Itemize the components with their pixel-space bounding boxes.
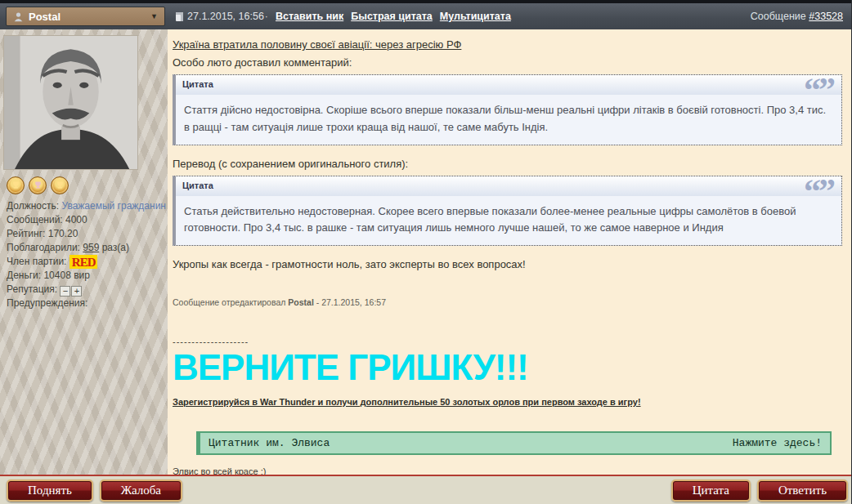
user-icon — [13, 11, 24, 22]
posts-value: 4000 — [65, 214, 87, 225]
stat-label: Репутация: — [7, 283, 57, 295]
reply-button[interactable]: Ответить — [757, 479, 848, 502]
author-comment: Укропы как всегда - грамотности ноль, за… — [173, 258, 842, 270]
quote-text: Стаття дійсно недостовірна. Скоріше всьо… — [176, 95, 841, 145]
post-actions-bar: Поднять Жалоба Цитата Ответить — [0, 475, 851, 504]
user-info-sidebar: Должность: Уважаемый гражданин Сообщений… — [0, 29, 168, 475]
trophy-medal-icon — [51, 176, 69, 194]
war-thunder-promo-link[interactable]: Зарегистрируйся в War Thunder и получи д… — [173, 397, 641, 407]
post-date: 27.1.2015, 16:56 — [187, 11, 264, 22]
thanks-suffix: раз(а) — [102, 242, 129, 253]
trophy-medal-icon — [29, 176, 47, 194]
quote-button[interactable]: Цитата — [671, 479, 751, 502]
rank-value: Уважаемый гражданин — [61, 200, 166, 212]
avatar[interactable] — [3, 35, 138, 170]
thanks-count-link[interactable]: 959 — [83, 242, 99, 253]
message-label: Сообщение — [751, 11, 806, 22]
stat-label: Должность: — [7, 200, 59, 212]
trophy-medal-icon — [7, 176, 25, 194]
spoiler-title: Цитатник им. Элвиса — [209, 437, 330, 449]
user-dropdown-label: Postal — [29, 11, 61, 23]
edit-note-prefix: Сообщение отредактировал — [173, 297, 288, 307]
separator-dot: · — [265, 11, 268, 22]
elvis-link[interactable]: Элвис во всей красе :) — [173, 466, 266, 475]
signature-divider: -------------------- — [173, 337, 842, 346]
article-link[interactable]: Україна втратила половину своєї авіації:… — [173, 38, 461, 51]
award-medals — [7, 176, 168, 194]
money-value: 10408 вир — [43, 270, 89, 281]
quote-text: Статья действительно недостоверная. Скор… — [176, 196, 841, 246]
multiquote-link[interactable]: Мультицитата — [440, 11, 511, 22]
stat-label: Рейтинг: — [7, 228, 45, 239]
intro-text: Особо люто доставил комментарий: — [173, 56, 842, 69]
quote-header: Цитата — [176, 75, 841, 95]
stat-reputation: Репутация: −+ — [7, 283, 168, 297]
stat-party: Член партии: RED — [7, 255, 168, 269]
post-permalink-icon — [176, 12, 183, 21]
quote-block-russian: Цитата “” Статья действительно недостове… — [173, 176, 842, 247]
user-stats: Должность: Уважаемый гражданин Сообщений… — [7, 199, 168, 310]
quote-block-ukrainian: Цитата “” Стаття дійсно недостовірна. Ск… — [173, 74, 842, 145]
report-button[interactable]: Жалоба — [100, 479, 182, 502]
reputation-minus-button[interactable]: − — [60, 286, 70, 297]
reputation-plus-button[interactable]: + — [71, 286, 82, 297]
bump-button[interactable]: Поднять — [7, 479, 93, 502]
translation-intro: Перевод (с сохранением оригинального сти… — [173, 158, 842, 170]
post-header-bar: Postal ▼ 27.1.2015, 16:56 · Вставить ник… — [0, 0, 851, 29]
rating-value: 170.20 — [48, 228, 78, 239]
stat-label: Предупреждения: — [7, 297, 87, 309]
stat-thanks: Поблагодарили: 959 раз(а) — [7, 241, 168, 255]
stat-rating: Рейтинг: 170.20 — [7, 227, 168, 241]
stat-rank: Должность: Уважаемый гражданин — [7, 199, 168, 213]
stat-label: Деньги: — [7, 270, 41, 281]
post-body: Україна втратила половину своєї авіації:… — [168, 29, 852, 475]
message-number-block: Сообщение #33528 — [751, 11, 843, 22]
stat-posts: Сообщений: 4000 — [7, 213, 168, 227]
spoiler-open-label: Нажмите здесь! — [733, 437, 822, 449]
stat-warnings: Предупреждения: — [7, 297, 168, 310]
spoiler-toggle[interactable]: Цитатник им. Элвиса Нажмите здесь! — [196, 431, 832, 455]
user-dropdown[interactable]: Postal ▼ — [6, 7, 165, 26]
quote-label: Цитата — [182, 181, 213, 190]
forum-post-page: Postal ▼ 27.1.2015, 16:56 · Вставить ник… — [0, 0, 852, 504]
stat-label: Поблагодарили: — [7, 242, 80, 253]
signature-headline: ВЕРНИТЕ ГРИШКУ!!! — [173, 348, 842, 387]
message-number-link[interactable]: #33528 — [809, 11, 843, 22]
stat-label: Сообщений: — [7, 214, 63, 225]
chevron-down-icon: ▼ — [150, 12, 158, 20]
stat-money: Деньги: 10408 вир — [7, 269, 168, 283]
quick-quote-link[interactable]: Быстрая цитата — [351, 11, 433, 22]
edit-note-suffix: - 27.1.2015, 16:57 — [314, 297, 386, 307]
quote-header: Цитата — [176, 176, 841, 196]
reply-buttons-group: Цитата Ответить — [665, 479, 848, 502]
party-badge: RED — [70, 255, 98, 269]
edit-note-author: Postal — [288, 297, 314, 307]
edit-note: Сообщение отредактировал Postal - 27.1.2… — [173, 297, 842, 307]
insert-nick-link[interactable]: Вставить ник — [276, 11, 343, 22]
stat-label: Член партии: — [7, 256, 66, 267]
avatar-image — [4, 36, 137, 169]
quote-label: Цитата — [182, 79, 213, 89]
